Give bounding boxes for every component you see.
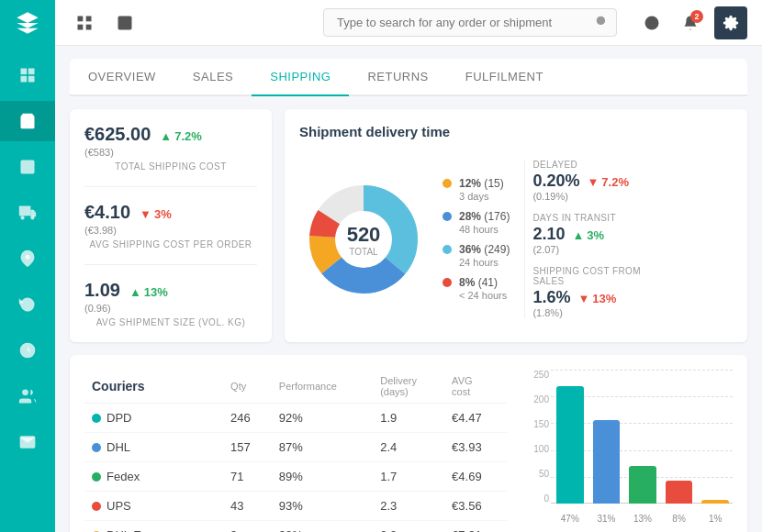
donut-center: 520 TOTAL — [347, 222, 381, 256]
sidebar-item-returns[interactable] — [0, 284, 55, 325]
grid-view-button[interactable] — [70, 8, 99, 38]
y-label-0: 0 — [543, 493, 549, 504]
bar-item — [593, 420, 621, 504]
returns-icon — [18, 295, 37, 314]
tab-shipping[interactable]: SHIPPING — [252, 59, 349, 96]
courier-delivery: 1.7 — [373, 462, 444, 492]
avg-size-label: AVG SHIPMENT SIZE (VOL. KG) — [84, 317, 257, 327]
reports-icon — [18, 158, 37, 176]
bar-x-label: 47% — [556, 514, 584, 524]
legend-dot-3 — [443, 278, 452, 287]
sales-label: SHIPPING COST FROM SALES — [532, 266, 671, 286]
courier-avg-cost: €4.47 — [444, 404, 507, 433]
courier-qty: 246 — [223, 404, 272, 433]
tabs-bar: OVERVIEW SALES SHIPPING RETURNS FULFILME… — [70, 59, 747, 96]
col-courier: Couriers — [84, 370, 223, 404]
bar-item — [556, 386, 584, 504]
dashboard-icon — [18, 66, 37, 84]
settings-button[interactable] — [714, 6, 747, 39]
shipping-from-sales-metric: SHIPPING COST FROM SALES 1.6% ▼ 13% (1.8… — [532, 266, 671, 318]
help-button[interactable] — [637, 8, 667, 38]
settings-icon — [723, 15, 739, 31]
y-label-50: 50 — [539, 469, 549, 479]
sidebar-item-reports[interactable] — [0, 147, 55, 187]
svg-rect-9 — [19, 206, 30, 216]
bars-group — [553, 370, 733, 504]
sidebar-item-location[interactable] — [0, 238, 55, 279]
sidebar-item-orders[interactable] — [0, 101, 55, 141]
avg-cost-label: AVG SHIPPING COST PER ORDER — [84, 239, 257, 249]
donut-legend: 12% (15)3 days 28% (176)48 hours 36% (24… — [443, 177, 510, 302]
table-row: DPD 246 92% 1.9 €4.47 — [84, 404, 507, 433]
courier-performance: 92% — [272, 404, 373, 433]
tab-returns[interactable]: RETURNS — [349, 59, 446, 96]
legend-item-2: 36% (249)24 hours — [443, 243, 510, 269]
notifications-button[interactable]: 2 — [676, 8, 705, 38]
location-icon — [18, 249, 37, 268]
sidebar — [0, 0, 55, 532]
sidebar-item-history[interactable] — [0, 330, 55, 371]
chart-view-button[interactable] — [110, 8, 140, 38]
delayed-metric: DELAYED 0.20% ▼ 7.2% (0.19%) — [532, 160, 671, 202]
courier-name-cell: DHL — [84, 433, 223, 462]
shipping-cost-label: TOTAL SHIPPING COST — [84, 161, 257, 172]
courier-delivery: 0.9 — [373, 521, 444, 533]
sidebar-item-users[interactable] — [0, 376, 55, 416]
history-icon — [18, 341, 37, 360]
legend-dot-0 — [443, 179, 452, 188]
avg-size-value: 1.09 — [84, 280, 120, 301]
up-arrow-icon: ▲ — [160, 129, 172, 143]
svg-rect-18 — [86, 24, 92, 29]
avg-size-sub: (0.96) — [84, 303, 257, 314]
courier-avg-cost: €4.69 — [444, 462, 507, 492]
topbar-right-actions: 2 — [637, 6, 747, 39]
donut-total-label: TOTAL — [347, 246, 381, 256]
sidebar-item-shipping[interactable] — [0, 193, 55, 233]
shipping-cost-sub: (€583) — [84, 147, 257, 158]
courier-avg-cost: €7.81 — [444, 521, 507, 533]
svg-point-23 — [597, 16, 605, 24]
shipping-cost-change: ▲ 7.2% — [160, 129, 202, 143]
avg-size-stat: 1.09 ▲ 13% (0.96) AVG SHIPMENT SIZE (VOL… — [84, 280, 257, 327]
svg-rect-17 — [78, 24, 84, 29]
down-arrow-icon: ▼ — [140, 207, 151, 221]
avg-cost-value: €4.10 — [84, 202, 130, 223]
table-row: Fedex 71 89% 1.7 €4.69 — [84, 462, 507, 492]
tab-overview[interactable]: OVERVIEW — [70, 59, 174, 96]
sidebar-item-dashboard[interactable] — [0, 55, 55, 95]
logo[interactable] — [0, 0, 55, 46]
couriers-layout: Couriers Qty Performance Delivery(days) … — [84, 370, 733, 532]
grid-icon — [75, 14, 94, 32]
courier-avg-cost: €3.93 — [444, 433, 507, 462]
x-axis-labels: 47%31%13%8%1% — [553, 514, 733, 524]
courier-qty: 71 — [223, 462, 272, 492]
bar-item — [701, 500, 729, 504]
top-cards-row: €625.00 ▲ 7.2% (€583) TOTAL SHIPPING COS… — [70, 109, 747, 342]
avg-cost-sub: (€3.98) — [84, 225, 257, 236]
topbar-view-icons — [70, 8, 140, 38]
main-content: 2 OVERVIEW SALES SHIPPING RETURNS FULFIL… — [55, 0, 762, 532]
orders-icon — [18, 112, 37, 130]
shipping-icon — [18, 204, 37, 222]
svg-rect-5 — [21, 161, 35, 174]
transit-label: DAYS IN TRANSIT — [532, 213, 671, 223]
transit-sub: (2.07) — [532, 244, 671, 255]
tab-sales[interactable]: SALES — [174, 59, 252, 96]
tab-fulfilment[interactable]: FULFILMENT — [447, 59, 562, 96]
courier-qty: 3 — [223, 521, 272, 533]
y-label-250: 250 — [533, 370, 549, 380]
y-label-150: 150 — [533, 419, 549, 429]
search-input[interactable] — [323, 8, 617, 37]
legend-text-1: 28% (176)48 hours — [459, 210, 510, 236]
courier-delivery: 2.4 — [373, 433, 444, 462]
legend-item-1: 28% (176)48 hours — [443, 210, 510, 236]
sales-value: 1.6% — [532, 288, 570, 307]
svg-point-12 — [26, 255, 30, 260]
legend-text-0: 12% (15)3 days — [459, 177, 504, 203]
notification-badge: 2 — [690, 10, 703, 23]
svg-rect-19 — [118, 16, 132, 29]
couriers-table: Couriers Qty Performance Delivery(days) … — [84, 370, 507, 532]
sidebar-item-messages[interactable] — [0, 422, 55, 462]
sales-sub: (1.8%) — [532, 307, 671, 318]
svg-rect-16 — [86, 16, 92, 21]
